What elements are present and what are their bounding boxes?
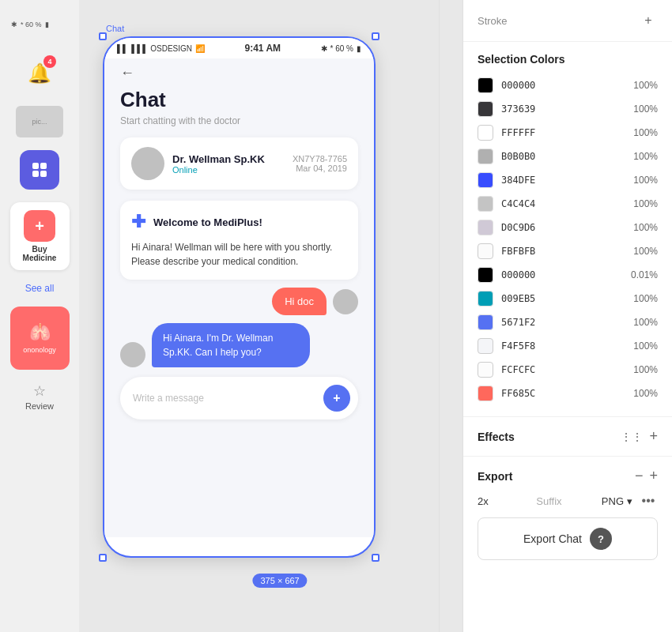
color-row[interactable]: 384DFE100% — [478, 168, 658, 192]
color-row[interactable]: FF685C100% — [478, 382, 658, 405]
input-bar[interactable]: Write a message + — [120, 377, 358, 419]
svg-rect-1 — [40, 163, 47, 169]
profile-pic: pic... — [16, 106, 63, 137]
chevron-down-icon: ▾ — [627, 495, 632, 507]
format-label: PNG — [602, 495, 624, 507]
stroke-header: Stroke + — [478, 11, 658, 30]
colors-list: 000000100%373639100%FFFFFF100%B0B0B0100%… — [478, 73, 658, 405]
status-bar-left: ✱ * 60 % ▮ — [8, 16, 71, 33]
dimension-label: 375 × 667 — [253, 574, 308, 588]
color-opacity-value: 100% — [629, 222, 658, 233]
color-hex-value: 373639 — [501, 103, 621, 115]
color-row[interactable]: 009EB5100% — [478, 287, 658, 310]
send-button[interactable]: + — [323, 385, 350, 412]
export-scale[interactable]: 2x — [478, 495, 496, 507]
bubble-right: Hi doc — [272, 288, 327, 315]
color-swatch — [478, 243, 493, 259]
battery-text: * 60 % — [21, 21, 42, 28]
corner-handle-br[interactable] — [372, 554, 379, 562]
medicine-plus-icon: + — [35, 217, 44, 235]
export-header: Export − + — [478, 468, 658, 484]
msg-right: Hi doc — [120, 288, 358, 315]
wifi-icon: 📶 — [195, 44, 205, 53]
color-hex-value: F4F5F8 — [501, 340, 621, 352]
lung-card[interactable]: 🫁 ononology — [10, 307, 70, 370]
back-arrow[interactable]: ← — [120, 65, 358, 81]
grid-app-icon[interactable] — [20, 150, 59, 190]
phone-label: Chat — [103, 24, 376, 33]
selection-colors-title: Selection Colors — [478, 53, 658, 66]
doctor-card[interactable]: Dr. Wellman Sp.KK Online XN7Y78-7765 Mar… — [120, 137, 358, 190]
color-row[interactable]: 0000000.01% — [478, 263, 658, 287]
color-hex-value: 000000 — [501, 80, 621, 91]
phone-status-bar: ▌▌ ▌▌▌ OSDESIGN 📶 9:41 AM ✱ * 60 % ▮ — [104, 38, 374, 58]
phone-frame: ▌▌ ▌▌▌ OSDESIGN 📶 9:41 AM ✱ * 60 % ▮ ← C… — [103, 36, 376, 558]
effects-header: Effects ⋮⋮ + — [478, 428, 658, 445]
chat-messages: ✚ Welcome to MediPlus! Hi Ainara! Wellma… — [120, 201, 358, 367]
export-minus-button[interactable]: − — [635, 468, 644, 484]
effects-title: Effects — [478, 431, 515, 443]
medi-plus-icon: ✚ — [131, 212, 145, 232]
effects-grid-icon[interactable]: ⋮⋮ — [621, 431, 643, 443]
selection-colors-section: Selection Colors 000000100%373639100%FFF… — [463, 42, 672, 417]
welcome-title: Welcome to MediPlus! — [153, 216, 262, 228]
color-hex-value: FF685C — [501, 388, 621, 399]
color-row[interactable]: 5671F2100% — [478, 310, 658, 334]
message-input-placeholder[interactable]: Write a message — [133, 393, 315, 404]
doctor-avatar — [131, 147, 164, 180]
review-section[interactable]: ☆ Review — [25, 382, 54, 411]
color-row[interactable]: 373639100% — [478, 97, 658, 121]
color-row[interactable]: FBFBFB100% — [478, 239, 658, 263]
color-opacity-value: 100% — [629, 317, 658, 328]
color-swatch — [478, 386, 493, 401]
corner-handle-bl[interactable] — [99, 554, 107, 562]
export-chat-label: Export Chat — [523, 532, 582, 545]
chat-title: Chat — [120, 88, 358, 112]
bluetooth-icon: ✱ — [11, 21, 17, 28]
notification-bell[interactable]: 🔔 4 — [20, 54, 59, 93]
color-opacity-value: 100% — [629, 103, 658, 115]
review-star-icon: ☆ — [33, 382, 46, 400]
color-swatch — [478, 196, 493, 212]
stroke-label: Stroke — [478, 15, 508, 27]
msg-left: Hi Ainara. I'm Dr. Wellman Sp.KK. Can I … — [120, 323, 358, 367]
export-add-button[interactable]: + — [649, 468, 658, 484]
doctor-date: Mar 04, 2019 — [293, 164, 347, 173]
color-hex-value: 5671F2 — [501, 317, 621, 328]
svg-rect-0 — [32, 163, 39, 169]
corner-handle-tr[interactable] — [372, 32, 379, 40]
color-hex-value: FFFFFF — [501, 127, 621, 138]
color-row[interactable]: B0B0B0100% — [478, 145, 658, 168]
color-row[interactable]: FFFFFF100% — [478, 121, 658, 145]
color-opacity-value: 0.01% — [629, 269, 658, 280]
doctor-online-status: Online — [172, 165, 285, 175]
color-row[interactable]: 000000100% — [478, 73, 658, 97]
color-row[interactable]: D0C9D6100% — [478, 216, 658, 239]
lung-label: ononology — [23, 346, 56, 354]
buy-medicine-card[interactable]: + Buy Medicine — [10, 202, 70, 270]
see-all-link[interactable]: See all — [25, 283, 55, 294]
color-hex-value: B0B0B0 — [501, 151, 621, 162]
notification-badge: 4 — [43, 55, 56, 68]
color-row[interactable]: F4F5F8100% — [478, 334, 658, 358]
color-opacity-value: 100% — [629, 175, 658, 186]
color-hex-value: 384DFE — [501, 175, 621, 186]
export-format-selector[interactable]: PNG ▾ — [602, 495, 632, 507]
battery-bar-icon: ▮ — [357, 44, 361, 53]
stroke-add-button[interactable]: + — [639, 11, 658, 30]
color-hex-value: FBFBFB — [501, 246, 621, 257]
export-chat-button[interactable]: Export Chat ? — [478, 517, 658, 560]
export-section: Export − + 2x Suffix PNG ▾ ••• Export Ch… — [463, 457, 672, 571]
effects-add-button[interactable]: + — [649, 428, 658, 445]
color-opacity-value: 100% — [629, 246, 658, 257]
corner-handle-tl[interactable] — [99, 32, 107, 40]
color-row[interactable]: FCFCFC100% — [478, 358, 658, 382]
help-button[interactable]: ? — [590, 528, 612, 550]
svg-rect-2 — [32, 171, 39, 177]
phone-wrapper: Chat ▌▌ ▌▌▌ OSDESIGN 📶 9:41 AM ✱ * 60 % … — [103, 24, 376, 561]
bubble-left: Hi Ainara. I'm Dr. Wellman Sp.KK. Can I … — [152, 323, 310, 367]
color-row[interactable]: C4C4C4100% — [478, 192, 658, 216]
export-more-options[interactable]: ••• — [639, 494, 658, 508]
export-suffix[interactable]: Suffix — [503, 495, 595, 507]
color-swatch — [478, 338, 493, 354]
